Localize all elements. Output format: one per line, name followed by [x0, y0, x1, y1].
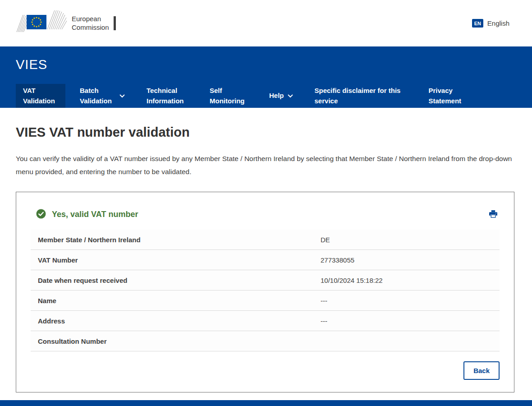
- print-button[interactable]: [488, 208, 499, 221]
- nav-item-batch-validation[interactable]: Batch Validation: [73, 84, 132, 108]
- table-row: Name ---: [31, 291, 500, 311]
- language-selector[interactable]: EN English: [472, 19, 509, 28]
- field-value: 10/10/2024 15:18:22: [321, 277, 500, 284]
- validation-result-card: Yes, valid VAT number Member State / Nor…: [16, 192, 514, 392]
- nav-item-label: Batch Validation: [80, 86, 116, 106]
- logo-line1: European: [72, 15, 109, 23]
- nav-item-technical-information[interactable]: Technical Information: [139, 84, 195, 108]
- result-fields-table: Member State / Northern Ireland DE VAT N…: [31, 230, 500, 351]
- card-footer: Back: [31, 361, 500, 380]
- nav-item-privacy-statement[interactable]: Privacy Statement: [422, 84, 473, 108]
- app-banner: VIES VAT Validation Batch Validation Tec…: [0, 46, 532, 108]
- printer-icon: [489, 213, 498, 220]
- field-label: VAT Number: [38, 256, 321, 264]
- site-header: European Commission EN English: [0, 0, 532, 46]
- nav-item-vat-validation[interactable]: VAT Validation: [16, 84, 65, 108]
- main-content: VIES VAT number validation You can verif…: [0, 125, 532, 392]
- footer-strip: [0, 400, 532, 406]
- field-label: Consultation Number: [38, 337, 321, 345]
- page-title: VIES VAT number validation: [16, 125, 516, 140]
- language-label: English: [487, 19, 509, 27]
- field-value: ---: [321, 317, 500, 325]
- chevron-down-icon: [119, 91, 125, 101]
- nav-item-label: VAT Validation: [23, 86, 58, 106]
- logo-divider-bar: [114, 16, 116, 30]
- nav-item-label: Help: [269, 91, 284, 101]
- nav-item-specific-disclaimer[interactable]: Specific disclaimer for this service: [307, 84, 414, 108]
- language-badge: EN: [472, 19, 483, 28]
- status-indicator: Yes, valid VAT number: [36, 209, 138, 221]
- status-text: Yes, valid VAT number: [52, 210, 138, 219]
- field-value: DE: [321, 236, 500, 244]
- table-row: Date when request received 10/10/2024 15…: [31, 270, 500, 291]
- intro-text: You can verify the validity of a VAT num…: [16, 152, 514, 178]
- app-title: VIES: [0, 46, 532, 72]
- check-circle-icon: [36, 209, 46, 221]
- eu-flag-icon: [16, 9, 68, 37]
- field-label: Name: [38, 297, 321, 304]
- main-navigation: VAT Validation Batch Validation Technica…: [16, 84, 532, 108]
- field-value: ---: [321, 297, 500, 304]
- nav-item-label: Self Monitoring: [210, 86, 248, 106]
- logo-wordmark: European Commission: [72, 15, 109, 32]
- field-label: Member State / Northern Ireland: [38, 236, 321, 244]
- table-row: VAT Number 277338055: [31, 250, 500, 270]
- logo-line2: Commission: [72, 23, 109, 32]
- back-button[interactable]: Back: [463, 361, 500, 380]
- status-row: Yes, valid VAT number: [31, 204, 500, 230]
- chevron-down-icon: [288, 91, 293, 101]
- nav-item-label: Privacy Statement: [429, 86, 466, 106]
- european-commission-logo[interactable]: European Commission: [16, 9, 116, 37]
- nav-item-help[interactable]: Help: [262, 84, 300, 108]
- nav-item-label: Specific disclaimer for this service: [315, 86, 407, 106]
- table-row: Address ---: [31, 311, 500, 331]
- table-row: Consultation Number: [31, 331, 500, 351]
- table-row: Member State / Northern Ireland DE: [31, 230, 500, 250]
- nav-item-self-monitoring[interactable]: Self Monitoring: [202, 84, 255, 108]
- field-value: 277338055: [321, 256, 500, 264]
- field-label: Date when request received: [38, 277, 321, 284]
- field-label: Address: [38, 317, 321, 325]
- nav-item-label: Technical Information: [147, 86, 188, 106]
